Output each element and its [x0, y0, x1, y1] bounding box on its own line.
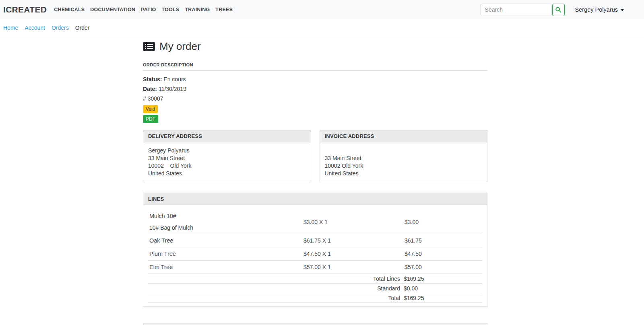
pdf-button[interactable]: PDF — [143, 115, 158, 123]
line-product-name: Oak Tree — [148, 237, 303, 244]
delivery-address-header: DELIVERY ADDRESS — [143, 130, 311, 142]
standard-label: Standard — [148, 285, 404, 292]
total-lines-amount: $169.25 — [404, 276, 482, 282]
addresses-row: DELIVERY ADDRESS Sergey Polyarus 33 Main… — [143, 130, 487, 182]
invoice-address-line — [325, 147, 483, 154]
line-price-qty: $47.50 X 1 — [303, 251, 405, 257]
line-price-qty: $61.75 X 1 — [303, 237, 405, 244]
lines-card: LINES Mulch 10# 10# Bag of Mulch $3.00 X… — [143, 193, 487, 306]
invoice-address-line: 10002 Old York — [325, 162, 483, 170]
invoice-address-card: INVOICE ADDRESS 33 Main Street 10002 Old… — [320, 130, 488, 182]
invoice-address-header: INVOICE ADDRESS — [320, 130, 487, 142]
next-panel-header — [143, 323, 487, 325]
order-date-line: Date: 11/30/2019 — [143, 86, 487, 92]
lines-header: LINES — [143, 193, 487, 205]
line-product-name: Elm Tree — [148, 264, 303, 270]
delivery-address-line: United States — [148, 170, 306, 177]
chevron-down-icon — [621, 9, 624, 11]
line-price-qty: $3.00 X 1 — [303, 219, 405, 225]
table-row: Mulch 10# 10# Bag of Mulch $3.00 X 1 $3.… — [148, 209, 482, 234]
main-nav: CHEMICALS DOCUMENTATION PATIO TOOLS TRAI… — [54, 7, 480, 12]
nav-item-patio[interactable]: PATIO — [141, 7, 156, 12]
nav-item-documentation[interactable]: DOCUMENTATION — [90, 7, 135, 12]
line-total: $57.00 — [405, 264, 482, 270]
line-total: $47.50 — [405, 251, 482, 257]
grand-total-label: Total — [148, 295, 404, 301]
breadcrumb-orders[interactable]: Orders — [52, 25, 69, 31]
nav-item-tools[interactable]: TOOLS — [162, 7, 180, 12]
line-total: $61.75 — [405, 237, 482, 244]
user-dropdown[interactable]: Sergey Polyarus — [575, 6, 624, 13]
table-row: Elm Tree $57.00 X 1 $57.00 — [148, 261, 482, 274]
total-lines-row: Total Lines $169.25 — [148, 274, 482, 284]
search-group — [481, 4, 565, 16]
search-icon — [555, 6, 561, 13]
navbar-right: Sergey Polyarus — [481, 4, 624, 16]
order-status-line: Status: En cours — [143, 76, 487, 82]
status-label: Status: — [143, 76, 162, 82]
nav-item-trees[interactable]: TREES — [215, 7, 233, 12]
date-label: Date: — [143, 86, 157, 92]
line-product-description: 10# Bag of Mulch — [149, 224, 303, 231]
standard-row: Standard $0.00 — [148, 284, 482, 293]
invoice-address-line: United States — [325, 170, 483, 177]
delivery-address-body: Sergey Polyarus 33 Main Street 10002 Old… — [143, 142, 311, 182]
order-list-icon — [143, 42, 155, 51]
grand-total-row: Total $169.25 — [148, 293, 482, 303]
delivery-address-card: DELIVERY ADDRESS Sergey Polyarus 33 Main… — [143, 130, 311, 182]
order-number-line: # 30007 — [143, 95, 487, 102]
order-description-heading: ORDER DESCRIPTION — [143, 62, 487, 71]
invoice-address-body: 33 Main Street 10002 Old York United Sta… — [320, 142, 487, 182]
delivery-address-line: 33 Main Street — [148, 154, 306, 162]
line-total: $3.00 — [405, 219, 482, 225]
table-row: Plum Tree $47.50 X 1 $47.50 — [148, 247, 482, 261]
breadcrumb: Home Account Orders Order — [0, 19, 644, 36]
breadcrumb-order: Order — [75, 25, 90, 31]
grand-total-amount: $169.25 — [404, 295, 482, 301]
page-title-row: My order — [143, 40, 487, 53]
table-row: Oak Tree $61.75 X 1 $61.75 — [148, 234, 482, 247]
line-product-name: Mulch 10# — [149, 213, 303, 219]
line-product-cell: Mulch 10# 10# Bag of Mulch — [148, 213, 303, 231]
breadcrumb-home[interactable]: Home — [3, 25, 18, 31]
total-lines-label: Total Lines — [148, 276, 404, 282]
page-title: My order — [159, 40, 201, 53]
user-name: Sergey Polyarus — [575, 6, 618, 13]
main-content: My order ORDER DESCRIPTION Status: En co… — [143, 40, 487, 325]
order-info: Status: En cours Date: 11/30/2019 # 3000… — [143, 76, 487, 102]
delivery-address-line: 10002 Old York — [148, 162, 306, 170]
invoice-address-line: 33 Main Street — [325, 154, 483, 162]
delivery-address-line: Sergey Polyarus — [148, 147, 306, 154]
search-input[interactable] — [481, 4, 551, 16]
order-number: # 30007 — [143, 95, 163, 102]
line-price-qty: $57.00 X 1 — [303, 264, 405, 270]
status-value: En cours — [163, 76, 186, 82]
brand-logo[interactable]: ICREATED — [3, 5, 47, 14]
search-button[interactable] — [552, 4, 565, 16]
line-product-name: Plum Tree — [148, 251, 303, 257]
date-value: 11/30/2019 — [159, 86, 186, 92]
lines-table: Mulch 10# 10# Bag of Mulch $3.00 X 1 $3.… — [143, 205, 487, 306]
top-navbar: ICREATED CHEMICALS DOCUMENTATION PATIO T… — [0, 0, 644, 19]
nav-item-training[interactable]: TRAINING — [185, 7, 210, 12]
nav-item-chemicals[interactable]: CHEMICALS — [54, 7, 85, 12]
breadcrumb-account[interactable]: Account — [25, 25, 45, 31]
standard-amount: $0.00 — [404, 285, 482, 292]
void-button[interactable]: Void — [143, 105, 158, 113]
